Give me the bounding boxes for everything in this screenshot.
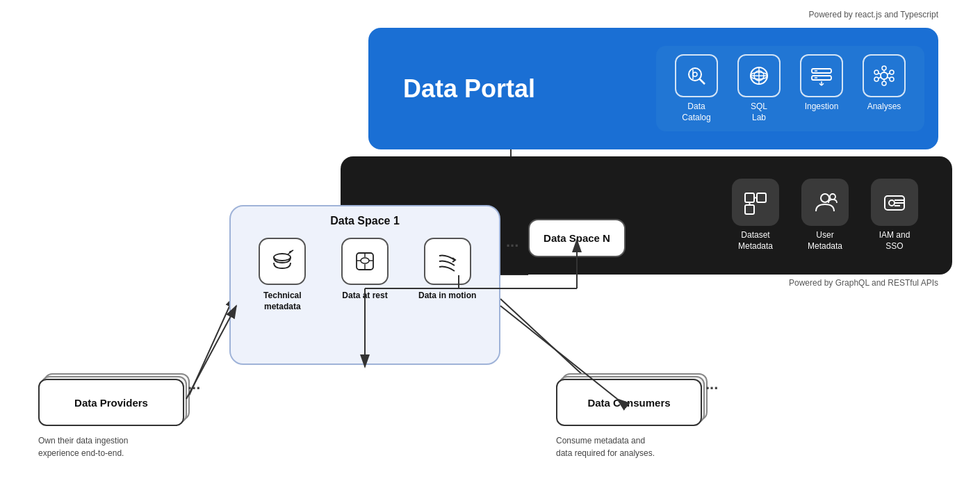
svg-point-44	[830, 194, 835, 199]
api-icon-iam-sso: IAM andSSO	[863, 179, 926, 252]
dataspace-n-label: Data Space N	[544, 232, 610, 244]
sql-lab-icon-box	[737, 54, 781, 97]
consumers-main-box: Data Consumers	[556, 379, 702, 426]
svg-point-30	[874, 77, 879, 81]
dataspace1: Data Space 1 Technicalmetadata	[229, 205, 500, 365]
data-catalog-icon	[684, 63, 709, 88]
user-metadata-icon-box	[801, 179, 849, 226]
analyses-icon-box	[863, 54, 906, 97]
ds-icon-data-in-motion: Data in motion	[413, 238, 482, 312]
data-catalog-label: DataCatalog	[682, 101, 710, 123]
diagram-container: Powered by react.js and Typescript Data …	[0, 0, 980, 490]
svg-rect-38	[745, 193, 754, 202]
data-portal-area: Data Portal DataCatalog	[368, 28, 938, 149]
ingestion-label: Ingestion	[805, 101, 839, 113]
technical-metadata-icon	[268, 247, 296, 275]
portal-title: Data Portal	[368, 74, 563, 104]
analyses-label: Analyses	[867, 101, 901, 113]
data-providers-area: Data Providers Own their data ingestione…	[38, 379, 184, 459]
iam-sso-label: IAM andSSO	[879, 230, 910, 252]
svg-point-43	[821, 194, 829, 202]
dots-between-spaces: ...	[506, 233, 518, 251]
consumers-subtitle: Consume metadata anddata required for an…	[556, 434, 702, 459]
svg-line-36	[878, 77, 881, 79]
svg-rect-39	[757, 193, 766, 202]
svg-point-31	[890, 77, 894, 81]
data-at-rest-label: Data at rest	[342, 291, 387, 302]
dataset-metadata-label: DatasetMetadata	[738, 230, 773, 252]
svg-point-50	[274, 254, 291, 261]
powered-react-label: Powered by react.js and Typescript	[808, 10, 938, 19]
technical-metadata-icon-box	[259, 238, 306, 285]
portal-icon-data-catalog: DataCatalog	[669, 54, 724, 123]
dots-consumers: ...	[705, 375, 718, 393]
dataset-metadata-icon	[742, 189, 769, 215]
svg-point-52	[361, 258, 369, 263]
dots-providers: ...	[188, 375, 200, 393]
svg-point-27	[882, 81, 886, 85]
providers-subtitle: Own their data ingestionexperience end-t…	[38, 434, 184, 459]
data-catalog-icon-box	[675, 54, 718, 97]
svg-point-11	[693, 72, 697, 76]
ds-icon-data-at-rest: Data at rest	[330, 238, 400, 312]
svg-line-34	[878, 73, 881, 74]
ingestion-icon-box	[800, 54, 843, 97]
sql-lab-label: SQLLab	[751, 101, 767, 123]
data-providers-stacked-box: Data Providers	[38, 379, 184, 426]
portal-icon-sql-lab: SQLLab	[731, 54, 787, 123]
dataspace1-title: Data Space 1	[231, 206, 499, 227]
providers-label: Data Providers	[74, 397, 148, 409]
ds-icon-technical-metadata: Technicalmetadata	[247, 238, 317, 312]
data-consumers-area: Data Consumers Consume metadata anddata …	[556, 379, 702, 459]
technical-metadata-label: Technicalmetadata	[263, 291, 301, 312]
powered-graphql-label: Powered by GraphQL and RESTful APIs	[789, 278, 938, 288]
dataspace-n: Data Space N	[528, 219, 626, 257]
svg-line-10	[699, 79, 705, 84]
svg-line-35	[887, 73, 890, 74]
user-metadata-label: UserMetadata	[808, 230, 842, 252]
data-in-motion-label: Data in motion	[418, 291, 476, 302]
data-in-motion-icon-box	[424, 238, 471, 285]
portal-icon-analyses: Analyses	[856, 54, 912, 113]
data-in-motion-icon	[434, 247, 462, 275]
data-consumers-stacked-box: Data Consumers	[556, 379, 702, 426]
api-icons-panel: DatasetMetadata UserMetadata	[712, 170, 938, 260]
data-at-rest-icon	[351, 247, 379, 275]
svg-point-26	[882, 66, 886, 70]
svg-point-25	[881, 72, 888, 79]
api-icon-user-metadata: UserMetadata	[794, 179, 856, 252]
providers-main-box: Data Providers	[38, 379, 184, 426]
portal-icon-ingestion: Ingestion	[794, 54, 849, 113]
iam-sso-icon	[881, 189, 908, 215]
sql-lab-icon	[746, 63, 771, 88]
user-metadata-icon	[812, 189, 838, 215]
svg-line-37	[887, 77, 890, 79]
svg-point-28	[874, 70, 879, 74]
portal-icons-panel: DataCatalog SQLLab	[656, 46, 924, 131]
analyses-icon	[872, 63, 897, 88]
dataset-metadata-icon-box	[732, 179, 779, 226]
data-at-rest-icon-box	[341, 238, 389, 285]
svg-rect-40	[745, 205, 754, 214]
consumers-label: Data Consumers	[587, 397, 670, 409]
svg-point-46	[889, 200, 895, 206]
svg-point-29	[890, 70, 894, 74]
api-icon-dataset-metadata: DatasetMetadata	[724, 179, 787, 252]
dataspace1-icons: Technicalmetadata Data at rest	[231, 227, 499, 316]
iam-sso-icon-box	[871, 179, 918, 226]
ingestion-icon	[809, 63, 834, 88]
